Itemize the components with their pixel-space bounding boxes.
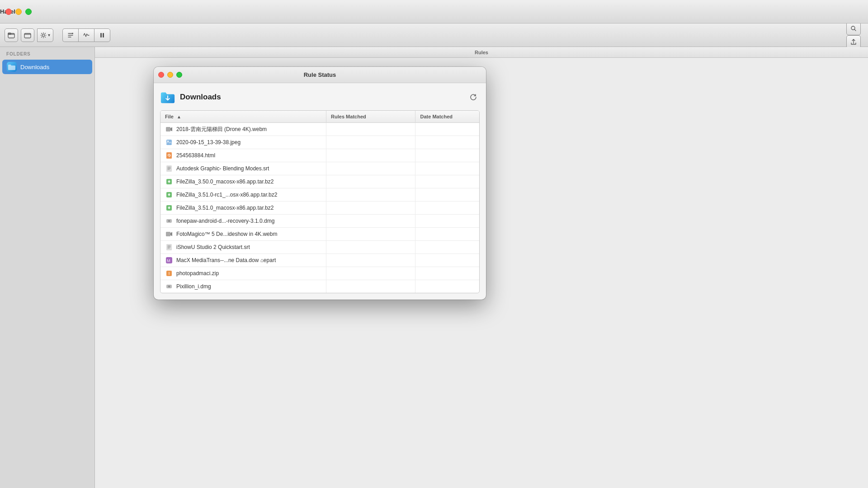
file-name-4: FileZilla_3.50.0_macosx-x86.app.tar.bz2 xyxy=(176,178,274,185)
date-matched-cell-11 xyxy=(415,267,479,280)
table-row[interactable]: Pixillion_i.dmg xyxy=(160,280,479,293)
rules-matched-cell-11 xyxy=(326,267,415,280)
table-row[interactable]: FotoMagico™ 5 De...ideshow in 4K.webm xyxy=(160,228,479,241)
file-name-cell: 2020-09-15_13-39-38.jpeg xyxy=(160,136,326,149)
refresh-button[interactable] xyxy=(467,91,480,103)
modal-content: Downloads File ▲ xyxy=(154,83,486,300)
date-matched-cell-0 xyxy=(415,123,479,136)
close-button[interactable] xyxy=(5,9,12,15)
date-matched-cell-7 xyxy=(415,215,479,228)
rules-matched-cell-9 xyxy=(326,241,415,254)
add-folder-button[interactable] xyxy=(5,28,18,42)
file-name-cell: Autodesk Graphic- Blending Modes.srt xyxy=(160,162,326,175)
file-name-2: 254563884.html xyxy=(176,152,215,159)
file-icon-11 xyxy=(165,269,173,277)
settings-button-group: ▾ xyxy=(37,28,53,42)
modal-close-button[interactable] xyxy=(158,72,164,78)
rules-matched-column-header[interactable]: Rules Matched xyxy=(326,111,415,123)
maximize-button[interactable] xyxy=(25,9,32,15)
table-row[interactable]: 2018-雲南元陽梯田 (Drone 4K).webm xyxy=(160,123,479,136)
file-name-cell: Pixillion_i.dmg xyxy=(160,280,326,293)
table-row[interactable]: FileZilla_3.50.0_macosx-x86.app.tar.bz2 xyxy=(160,175,479,188)
date-matched-cell-10 xyxy=(415,254,479,267)
modal-traffic-lights xyxy=(158,72,182,78)
table-row[interactable]: 254563884.html xyxy=(160,149,479,162)
table-header: File ▲ Rules Matched Date Matched xyxy=(160,111,479,123)
date-matched-cell-1 xyxy=(415,136,479,149)
svg-rect-5 xyxy=(100,33,102,38)
table-row[interactable]: photopadmaci.zip xyxy=(160,267,479,280)
folder-info: Downloads xyxy=(160,89,221,105)
file-name-cell: FileZilla_3.50.0_macosx-x86.app.tar.bz2 xyxy=(160,175,326,188)
table-row[interactable]: fonepaw-android-d...-recovery-3.1.0.dmg xyxy=(160,215,479,228)
file-column-header[interactable]: File ▲ xyxy=(160,111,326,123)
folder-header-row: Downloads xyxy=(160,89,480,105)
folder-icon xyxy=(160,89,175,105)
file-name-cell: FileZilla_3.51.0_macosx-x86.app.tar.bz2 xyxy=(160,202,326,215)
file-icon-2 xyxy=(165,151,173,160)
svg-point-25 xyxy=(168,286,170,287)
file-table: File ▲ Rules Matched Date Matched xyxy=(160,111,479,293)
file-name-0: 2018-雲南元陽梯田 (Drone 4K).webm xyxy=(176,126,267,133)
svg-point-18 xyxy=(168,220,170,222)
file-name-6: FileZilla_3.51.0_macosx-x86.app.tar.bz2 xyxy=(176,205,274,211)
rules-matched-cell-4 xyxy=(326,175,415,188)
modal-maximize-button[interactable] xyxy=(176,72,182,78)
file-name-5: FileZilla_3.51.0-rc1_...osx-x86.app.tar.… xyxy=(176,192,277,198)
file-name-cell: FotoMagico™ 5 De...ideshow in 4K.webm xyxy=(160,228,326,241)
sidebar-item-downloads[interactable]: Downloads xyxy=(2,60,92,74)
modal-folder-name: Downloads xyxy=(180,93,221,102)
date-matched-cell-4 xyxy=(415,175,479,188)
rules-matched-cell-1 xyxy=(326,136,415,149)
table-row[interactable]: M MacX MediaTrans--...ne Data.dow ⌂epart xyxy=(160,254,479,267)
share-button[interactable] xyxy=(846,35,861,49)
file-name-cell: FileZilla_3.51.0-rc1_...osx-x86.app.tar.… xyxy=(160,188,326,202)
file-name-cell: M MacX MediaTrans--...ne Data.dow ⌂epart xyxy=(160,254,326,267)
file-icon-4 xyxy=(165,178,173,186)
svg-point-4 xyxy=(72,33,73,34)
file-name-8: FotoMagico™ 5 De...ideshow in 4K.webm xyxy=(176,231,277,237)
sidebar-item-label-downloads: Downloads xyxy=(20,64,49,70)
rules-activity-group xyxy=(62,28,110,42)
rules-tab-label: Rules xyxy=(475,50,488,55)
date-matched-cell-9 xyxy=(415,241,479,254)
file-name-11: photopadmaci.zip xyxy=(176,270,219,277)
rules-matched-cell-3 xyxy=(326,162,415,175)
sort-arrow: ▲ xyxy=(177,114,181,119)
table-row[interactable]: FileZilla_3.51.0_macosx-x86.app.tar.bz2 xyxy=(160,202,479,215)
date-matched-cell-3 xyxy=(415,162,479,175)
file-icon-9 xyxy=(165,243,173,251)
table-row[interactable]: iShowU Studio 2 Quickstart.srt xyxy=(160,241,479,254)
rules-matched-cell-10 xyxy=(326,254,415,267)
file-name-1: 2020-09-15_13-39-38.jpeg xyxy=(176,139,241,145)
file-name-cell: 254563884.html xyxy=(160,149,326,162)
table-row[interactable]: Autodesk Graphic- Blending Modes.srt xyxy=(160,162,479,175)
pause-button[interactable] xyxy=(94,28,110,42)
table-row[interactable]: FileZilla_3.51.0-rc1_...osx-x86.app.tar.… xyxy=(160,188,479,202)
settings-button[interactable]: ▾ xyxy=(37,28,53,42)
rules-matched-cell-8 xyxy=(326,228,415,241)
file-name-7: fonepaw-android-d...-recovery-3.1.0.dmg xyxy=(176,218,274,224)
sidebar: Folders Downloads xyxy=(0,47,95,488)
search-button[interactable] xyxy=(846,22,861,35)
file-name-cell: iShowU Studio 2 Quickstart.srt xyxy=(160,241,326,254)
rules-matched-cell-2 xyxy=(326,149,415,162)
remove-folder-button[interactable] xyxy=(21,28,34,42)
activity-button[interactable] xyxy=(78,28,94,42)
sidebar-header: Folders xyxy=(0,51,94,59)
file-icon-12 xyxy=(165,282,173,291)
modal-minimize-button[interactable] xyxy=(167,72,173,78)
title-bar: Hazel xyxy=(0,0,868,23)
table-row[interactable]: 2020-09-15_13-39-38.jpeg xyxy=(160,136,479,149)
date-matched-cell-8 xyxy=(415,228,479,241)
traffic-lights xyxy=(5,9,32,15)
svg-text:M: M xyxy=(167,258,170,263)
minimize-button[interactable] xyxy=(15,9,22,15)
rules-matched-cell-7 xyxy=(326,215,415,228)
file-table-wrapper: File ▲ Rules Matched Date Matched xyxy=(160,110,480,293)
file-name-3: Autodesk Graphic- Blending Modes.srt xyxy=(176,165,269,172)
file-icon-6 xyxy=(165,204,173,212)
date-matched-cell-5 xyxy=(415,188,479,202)
rules-button[interactable] xyxy=(62,28,78,42)
date-matched-column-header[interactable]: Date Matched xyxy=(415,111,479,123)
